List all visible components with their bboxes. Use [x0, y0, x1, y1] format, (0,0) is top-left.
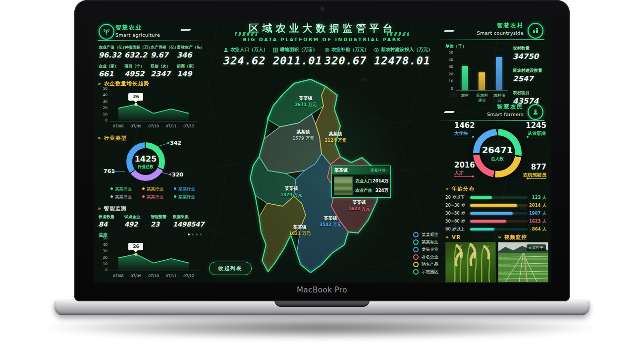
double-arrow-icon: »: [98, 135, 102, 141]
farmers-total-label: 总人数: [491, 156, 504, 162]
video-monitor-image[interactable]: 监控中: [498, 242, 548, 283]
stat-value: 492: [124, 221, 140, 228]
stat-value: 661: [99, 70, 118, 78]
pager-dot[interactable]: [196, 233, 198, 235]
temperature-area-chart: 50403020100 07/0807/0907/1007/1107/12 26: [98, 238, 201, 283]
field-icon: [273, 48, 278, 53]
map-legend-item[interactable]: 驰名产品: [413, 261, 438, 268]
stat-value: 34750: [513, 52, 547, 61]
bar-chart-unit: 单位（千）: [445, 44, 467, 50]
industry-callout-value: 342: [170, 140, 181, 146]
stat-label: 设备数量: [99, 214, 114, 220]
stat-label: 试点企业: [124, 214, 140, 220]
panel-title: 智慧农村: [440, 22, 524, 29]
header-dash-decor: [444, 111, 455, 113]
collapse-list-button[interactable]: 收起列表: [209, 262, 252, 275]
callout-dot: [113, 170, 115, 172]
double-arrow-icon: »: [98, 80, 102, 86]
industry-donut-chart[interactable]: 1425 行业总数: [126, 142, 165, 181]
live-dot-icon: [529, 247, 531, 249]
map-legend-item[interactable]: 某某标注: [413, 231, 438, 238]
subsidy-coin-icon: [324, 48, 329, 53]
view-details-link[interactable]: 查看详情: [371, 168, 388, 173]
bar-label: 农村: [457, 93, 472, 103]
map-legend-item[interactable]: 某某标注: [413, 238, 438, 246]
stat-label: 招商（家）: [177, 63, 197, 69]
panel-title: 智慧农民: [440, 103, 524, 111]
header-underline: [98, 40, 202, 41]
vr-image[interactable]: [445, 242, 496, 283]
legend-item[interactable]: 某某行业: [110, 186, 132, 192]
farmers-corner-stat: 877 农机驾驶员: [515, 163, 546, 178]
legend-dot: [110, 195, 113, 198]
panel-smart-countryside: 智慧农村 Smart countryside 单位（千） 50403020100: [440, 22, 547, 282]
stat-label: 种植面积（万）: [124, 45, 152, 50]
x-axis: 07/0807/0907/1007/1107/12: [109, 274, 198, 278]
stat-value: 2547: [513, 74, 547, 83]
section-title-vr: »VR: [445, 234, 461, 240]
legend-item[interactable]: 某某行业: [174, 186, 195, 192]
laptop-base: [54, 300, 590, 315]
callout-line: [157, 143, 167, 147]
legend-ring: [413, 254, 419, 260]
bar-label: 农村项目: [492, 93, 507, 103]
plot-area: [109, 89, 198, 121]
legend-item[interactable]: 某某行业: [142, 186, 163, 192]
map-legend-item[interactable]: 龙头企业: [413, 246, 438, 253]
stat-label: 新农村建设数量: [513, 68, 547, 74]
stat-label: 水产养殖（亿）: [151, 45, 178, 50]
pager-dot[interactable]: [192, 233, 194, 235]
page-subtitle: BIG DATA PLATFORM OF INDUSTRIAL PARK: [208, 37, 437, 42]
kpi-item: 农业人口（万人） 324.62: [223, 47, 268, 67]
stat-label: 农村项目: [513, 90, 547, 96]
pager-dot[interactable]: [200, 233, 202, 235]
legend-ring: [413, 239, 419, 245]
industry-total-label: 行业总数: [138, 164, 154, 170]
legend-item[interactable]: 某某行业: [110, 194, 132, 200]
chart-tooltip: 26: [128, 93, 143, 101]
bar[interactable]: [462, 66, 468, 90]
pager-dot-active[interactable]: [188, 233, 190, 235]
chart-pager-dots[interactable]: [188, 233, 202, 235]
tooltip-row: 农业人口2014万: [355, 178, 388, 184]
callout-dot: [169, 173, 171, 175]
monitoring-badge: 监控中: [527, 244, 546, 251]
age-bar-track: [470, 196, 528, 199]
kpi-row: 农业人口（万人） 324.62 耕地面积（万亩） 2011.01 农业补贴（万元…: [208, 47, 437, 70]
legend-item[interactable]: 某某行业: [142, 194, 163, 200]
stat-value: 1498547: [173, 221, 204, 228]
growth-area-chart: 50403020100: [98, 88, 201, 133]
legend-dot: [142, 195, 145, 198]
countryside-stats: 农村数量 34750 新农村建设数量 2547 农村项目 43574: [513, 46, 547, 106]
y-axis: 50403020100: [442, 51, 453, 90]
hazard-stripes-right: [387, 32, 409, 36]
connector-line: [528, 137, 546, 137]
legend-dot: [142, 187, 145, 190]
industry-total: 1425: [135, 154, 157, 164]
stat-label: 双创（次）: [151, 63, 170, 69]
region-label: 某某镇2671 万元: [295, 95, 317, 108]
laptop-shadow: [47, 316, 597, 339]
legend-item[interactable]: 某某行业: [174, 194, 195, 200]
age-bar: [470, 228, 494, 230]
region-label: 某某镇3542 万元: [320, 215, 341, 228]
bar[interactable]: [479, 72, 485, 90]
map-legend-item[interactable]: 示范园区: [413, 268, 438, 276]
header-underline: [440, 39, 544, 40]
header-dash-decor: [180, 29, 191, 31]
y-axis: 50403020100: [98, 87, 107, 122]
map-legend-item[interactable]: 著名企业: [413, 253, 438, 261]
connector-dot: [472, 136, 474, 138]
connector-dot: [472, 175, 474, 177]
stat-value: 2347: [151, 70, 170, 78]
smart-countryside-icon: [528, 23, 543, 39]
dashboard-screen: 智慧农业 Smart agriculture 农业产值（亿）96.32 种植面积…: [94, 19, 551, 283]
bar[interactable]: [496, 57, 502, 90]
age-bar: [470, 220, 506, 223]
region-label: 某某镇1622 万元: [348, 199, 370, 212]
panel-subtitle: Smart agriculture: [115, 32, 160, 38]
stat-value: 23: [151, 221, 166, 228]
section-title-monitor: »智能监测: [98, 205, 127, 212]
kpi-value: 324.62: [223, 55, 268, 67]
callout-dot: [167, 142, 169, 144]
